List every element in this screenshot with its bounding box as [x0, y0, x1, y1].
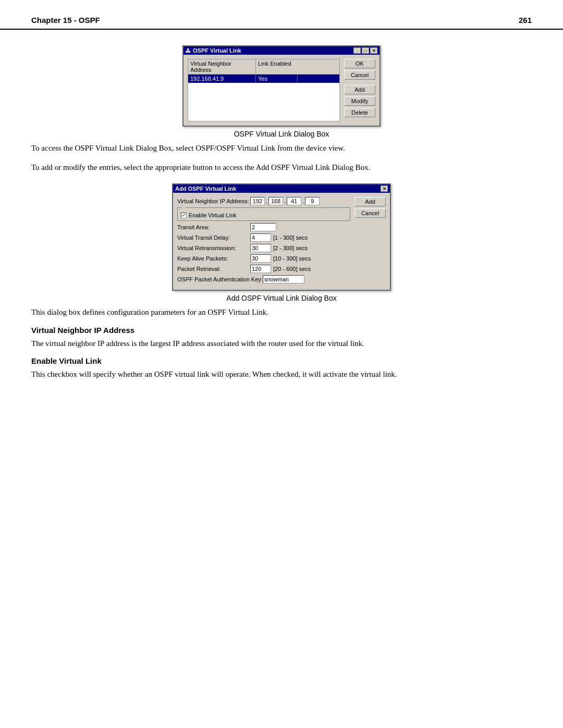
vn-ip-row: Virtual Neighbor IP Address: . . .	[177, 197, 350, 205]
dialog2-title: Add OSPF Virtual Link	[175, 186, 236, 192]
dialog1-caption: OSPF Virtual Link Dialog Box	[234, 130, 329, 138]
ip-dot-2: .	[284, 198, 286, 204]
listview-row[interactable]: 192.168.41.9 Yes	[188, 75, 339, 83]
dialog1-delete-button[interactable]: Delete	[344, 108, 375, 117]
keepalive-input[interactable]	[250, 254, 271, 263]
dialog1: 🖧 OSPF Virtual Link _ □ ✕ Virtual Ne	[182, 45, 381, 127]
transit-area-label: Transit Area:	[177, 224, 250, 230]
enable-vl-checkbox[interactable]: ✓	[181, 213, 187, 218]
dialog1-container: 🖧 OSPF Virtual Link _ □ ✕ Virtual Ne	[31, 45, 532, 138]
dialog2-titlebar: Add OSPF Virtual Link ✕	[173, 184, 390, 193]
dialog1-body: Virtual Neighbor Address Link Enabled 19…	[183, 55, 380, 126]
dialog2-caption: Add OSPF Virtual Link Dialog Box	[226, 294, 336, 302]
ip-part-3[interactable]	[287, 197, 301, 205]
listview-header: Virtual Neighbor Address Link Enabled	[188, 59, 339, 75]
maximize-button[interactable]: □	[362, 47, 369, 54]
auth-key-label: OSPF Packet Authentication Key:	[177, 276, 263, 282]
dialog1-listview: Virtual Neighbor Address Link Enabled 19…	[188, 59, 340, 121]
vretrans-hint: [2 - 300] secs	[273, 245, 308, 251]
row1-enabled: Yes	[256, 75, 298, 83]
title-bar-icons: _ □ ✕	[353, 47, 377, 54]
dialog2-container: Add OSPF Virtual Link ✕ Virtual Neighbor…	[31, 183, 532, 302]
page-header: Chapter 15 - OSPF 261	[0, 0, 563, 30]
col2-header: Link Enabled	[256, 59, 298, 74]
dialog1-left: Virtual Neighbor Address Link Enabled 19…	[188, 59, 340, 121]
minimize-button[interactable]: _	[353, 47, 361, 54]
transit-area-row: Transit Area:	[177, 223, 350, 231]
ip-part-4[interactable]	[305, 197, 320, 205]
body-text-3: This dialog box defines configuration pa…	[31, 306, 532, 318]
chapter-title: Chapter 15 - OSPF	[31, 16, 100, 24]
page-content: 🖧 OSPF Virtual Link _ □ ✕ Virtual Ne	[0, 45, 563, 409]
dialog2-title-bar-icons: ✕	[381, 186, 388, 192]
page-number: 261	[519, 16, 532, 24]
dialog2: Add OSPF Virtual Link ✕ Virtual Neighbor…	[172, 183, 391, 291]
body-text-2: To add or modify the entries, select the…	[31, 162, 532, 174]
section2-text: This checkbox will specify whether an OS…	[31, 368, 532, 380]
vretrans-input[interactable]	[250, 244, 271, 252]
col1-header: Virtual Neighbor Address	[188, 59, 256, 74]
vretrans-row: Virtual Retransmission: [2 - 300] secs	[177, 244, 350, 252]
dialog1-ok-button[interactable]: OK	[344, 59, 375, 68]
enable-vl-checkbox-row[interactable]: ✓ Enable Virtual Link	[181, 212, 347, 218]
ip-input-group: . . .	[250, 197, 320, 205]
auth-key-input[interactable]	[263, 275, 304, 283]
dialog2-add-button[interactable]: Add	[354, 197, 386, 206]
vn-ip-label: Virtual Neighbor IP Address:	[177, 198, 250, 204]
section1-text: The virtual neighbor IP address is the l…	[31, 338, 532, 350]
keepalive-row: Keep Alive Packets: [10 - 300] secs	[177, 254, 350, 263]
pkt-retrieval-row: Packet Retrieval: [20 - 600] secs	[177, 265, 350, 273]
dialog1-cancel-button[interactable]: Cancel	[344, 70, 375, 80]
ip-part-1[interactable]	[250, 197, 265, 205]
section1-heading: Virtual Neighbor IP Address	[31, 326, 532, 335]
ip-dot-1: .	[266, 198, 267, 204]
vt-delay-hint: [1 - 300] secs	[273, 235, 308, 241]
pkt-retrieval-label: Packet Retrieval:	[177, 266, 250, 272]
vretrans-label: Virtual Retransmission:	[177, 245, 250, 251]
dialog2-body: Virtual Neighbor IP Address: . . .	[173, 193, 390, 290]
dialog1-add-button[interactable]: Add	[344, 85, 375, 94]
group-box-title	[182, 204, 186, 211]
body-text-1: To access the OSPF Virtual Link Dialog B…	[31, 142, 532, 154]
dialog2-right: Add Cancel	[354, 197, 386, 286]
auth-key-row: OSPF Packet Authentication Key:	[177, 275, 350, 283]
vt-delay-label: Virtual Transit Delay:	[177, 235, 250, 241]
dialog2-close-button[interactable]: ✕	[381, 186, 388, 192]
enable-vl-group: ✓ Enable Virtual Link	[177, 207, 350, 221]
keepalive-label: Keep Alive Packets:	[177, 255, 250, 262]
pkt-retrieval-hint: [20 - 600] secs	[273, 266, 311, 272]
pkt-retrieval-input[interactable]	[250, 265, 271, 273]
dialog1-right: OK Cancel Add Modify Delete	[344, 59, 375, 121]
dialog2-left: Virtual Neighbor IP Address: . . .	[177, 197, 350, 286]
page: Chapter 15 - OSPF 261 🖧 OSPF Virtual Lin…	[0, 0, 563, 728]
vt-delay-input[interactable]	[250, 233, 271, 242]
ip-dot-3: .	[302, 198, 304, 204]
enable-vl-checkbox-label: Enable Virtual Link	[189, 212, 237, 218]
vt-delay-row: Virtual Transit Delay: [1 - 300] secs	[177, 233, 350, 242]
transit-area-input[interactable]	[250, 223, 276, 231]
section2-heading: Enable Virtual Link	[31, 356, 532, 365]
dialog1-titlebar: 🖧 OSPF Virtual Link _ □ ✕	[183, 46, 380, 55]
dialog1-title: OSPF Virtual Link	[193, 47, 241, 54]
close-button[interactable]: ✕	[370, 47, 377, 54]
row1-addr: 192.168.41.9	[188, 75, 256, 83]
keepalive-hint: [10 - 300] secs	[273, 255, 311, 262]
dialog2-cancel-button[interactable]: Cancel	[354, 208, 386, 218]
dialog1-modify-button[interactable]: Modify	[344, 96, 375, 106]
ip-part-2[interactable]	[268, 197, 283, 205]
